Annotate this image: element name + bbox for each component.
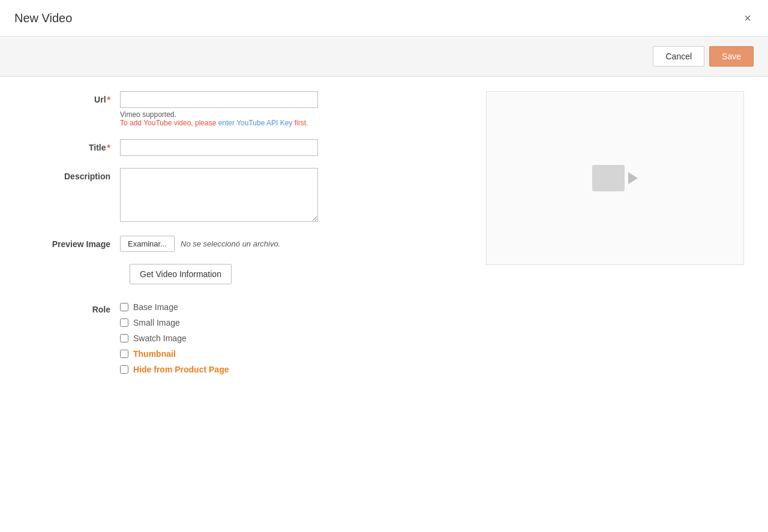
hide-from-product-checkbox[interactable] xyxy=(120,365,128,374)
preview-panel xyxy=(486,91,744,265)
small-image-label[interactable]: Small Image xyxy=(133,318,180,327)
thumbnail-label[interactable]: Thumbnail xyxy=(133,349,176,359)
role-item-hide-from-product: Hide from Product Page xyxy=(120,365,229,374)
swatch-image-checkbox[interactable] xyxy=(120,334,128,342)
video-play-triangle xyxy=(628,172,638,184)
role-row: Role Base Image Small Image Swatch Image… xyxy=(24,302,462,374)
role-item-small-image: Small Image xyxy=(120,318,229,327)
save-button[interactable]: Save xyxy=(709,46,754,67)
get-video-button[interactable]: Get Video Information xyxy=(130,264,232,284)
description-field xyxy=(120,168,462,224)
browse-button[interactable]: Examinar... xyxy=(120,236,175,252)
base-image-checkbox[interactable] xyxy=(120,303,128,311)
title-row: Title* xyxy=(24,139,462,156)
role-item-base-image: Base Image xyxy=(120,302,229,312)
title-bar: New Video × xyxy=(0,0,768,36)
get-video-row: Get Video Information xyxy=(24,264,462,284)
cancel-button[interactable]: Cancel xyxy=(653,46,704,67)
url-input[interactable] xyxy=(120,91,318,108)
main-content: Url* Vimeo supported. To add YouTube vid… xyxy=(0,77,768,389)
title-label: Title* xyxy=(24,139,120,152)
title-required-star: * xyxy=(107,143,110,152)
description-row: Description xyxy=(24,168,462,224)
role-item-swatch-image: Swatch Image xyxy=(120,333,229,343)
no-file-selected: No se seleccionó un archivo. xyxy=(181,239,280,248)
role-item-thumbnail: Thumbnail xyxy=(120,349,229,359)
description-label: Description xyxy=(24,168,120,181)
preview-image-row: Preview Image Examinar... No se seleccio… xyxy=(24,236,462,252)
file-input-wrapper: Examinar... No se seleccionó un archivo. xyxy=(120,236,462,252)
video-screen-shape xyxy=(592,165,625,191)
close-button[interactable]: × xyxy=(742,10,754,26)
hide-from-product-label[interactable]: Hide from Product Page xyxy=(133,365,229,374)
dialog-title: New Video xyxy=(14,11,72,25)
form-section: Url* Vimeo supported. To add YouTube vid… xyxy=(24,91,462,374)
thumbnail-checkbox[interactable] xyxy=(120,350,128,358)
swatch-image-label[interactable]: Swatch Image xyxy=(133,333,187,343)
url-hint-youtube: To add YouTube video, please xyxy=(120,119,218,127)
preview-image-label: Preview Image xyxy=(24,236,120,249)
youtube-api-key-link[interactable]: enter YouTube API Key xyxy=(218,119,293,127)
url-field: Vimeo supported. To add YouTube video, p… xyxy=(120,91,462,127)
url-hint: Vimeo supported. To add YouTube video, p… xyxy=(120,110,462,127)
url-hint-first: first. xyxy=(292,119,308,127)
url-row: Url* Vimeo supported. To add YouTube vid… xyxy=(24,91,462,127)
role-checkboxes: Base Image Small Image Swatch Image Thum… xyxy=(120,302,229,374)
preview-image-field: Examinar... No se seleccionó un archivo. xyxy=(120,236,462,252)
toolbar: Cancel Save xyxy=(0,36,768,77)
role-label: Role xyxy=(24,302,120,314)
url-hint-vimeo: Vimeo supported. xyxy=(120,110,176,119)
description-input[interactable] xyxy=(120,168,318,222)
small-image-checkbox[interactable] xyxy=(120,318,128,327)
title-input[interactable] xyxy=(120,139,318,156)
video-placeholder-icon xyxy=(592,165,638,191)
url-label: Url* xyxy=(24,91,120,104)
title-field xyxy=(120,139,462,156)
base-image-label[interactable]: Base Image xyxy=(133,302,178,312)
url-required-star: * xyxy=(107,95,110,104)
